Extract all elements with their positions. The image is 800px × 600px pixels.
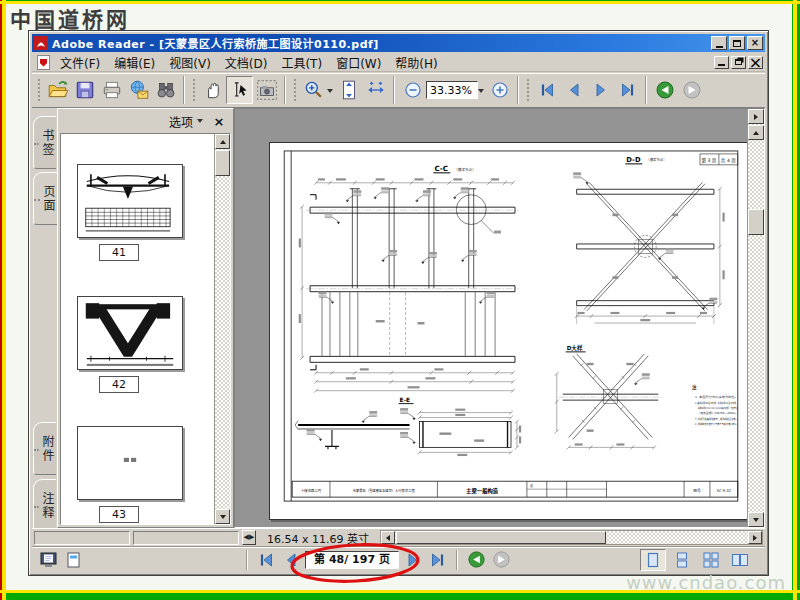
tab-pages[interactable]: 页面 xyxy=(33,172,57,225)
nav-back-button[interactable] xyxy=(465,550,487,570)
toolbar-overflow-button[interactable] xyxy=(748,109,764,124)
zoom-tool-dropdown[interactable] xyxy=(327,89,333,96)
single-page-view-button[interactable] xyxy=(38,550,60,570)
page-43-label[interactable]: 43 xyxy=(99,506,139,523)
page-41-label[interactable]: 41 xyxy=(99,244,139,261)
last-page-icon xyxy=(428,551,448,569)
thumbnail-page-41[interactable] xyxy=(77,164,183,238)
tab-bookmarks[interactable]: 书签 xyxy=(33,116,56,169)
save-button[interactable] xyxy=(71,76,98,104)
horizontal-scrollbar[interactable] xyxy=(380,530,763,545)
zoom-in-button[interactable] xyxy=(486,76,513,104)
panel-scrollbar[interactable] xyxy=(214,134,230,524)
document-view[interactable]: 第 3 页 共 4 页 C-C （横梁节点） xyxy=(234,108,765,528)
close-button[interactable]: × xyxy=(747,36,763,50)
pdf-page[interactable]: 第 3 页 共 4 页 C-C （横梁节点） xyxy=(269,142,753,520)
corner-page-no: 第 3 页 xyxy=(701,157,716,164)
continuous-view-button[interactable] xyxy=(63,550,85,570)
next-page-icon xyxy=(591,81,611,99)
pdf-drawing: 第 3 页 共 4 页 C-C （横梁节点） xyxy=(270,143,752,519)
doc-scroll-up-button[interactable] xyxy=(748,125,764,140)
print-button[interactable] xyxy=(98,76,125,104)
tab-comments-label: 注释 xyxy=(39,492,56,520)
prev-page-button[interactable] xyxy=(560,76,587,104)
drawing-corner-table: 第 3 页 共 4 页 xyxy=(700,154,738,165)
doc-restore-button[interactable] xyxy=(731,56,746,69)
pdf-document-icon[interactable] xyxy=(37,55,50,70)
title-bar[interactable]: Adobe Reader - [天蒙景区人行索桥施工图设计0110.pdf] × xyxy=(32,34,765,52)
fit-page-button[interactable] xyxy=(335,76,362,104)
maximize-button[interactable] xyxy=(729,36,745,50)
first-page-nav-button[interactable] xyxy=(255,550,277,570)
search-button[interactable] xyxy=(152,76,179,104)
panel-splitter-button[interactable]: ◀▶ xyxy=(242,530,256,545)
ee-title: E-E xyxy=(400,396,411,403)
doc-close-button[interactable]: × xyxy=(748,56,763,69)
doc-minimize-button[interactable] xyxy=(714,56,729,69)
go-back-button[interactable] xyxy=(651,76,678,104)
page-number-field[interactable]: 第 48/ 197 页 xyxy=(305,551,399,569)
open-button[interactable] xyxy=(44,76,71,104)
zoom-level-field[interactable]: 33.33% xyxy=(426,81,478,99)
hscrollbar-thumb[interactable] xyxy=(396,531,606,544)
tab-attachments[interactable]: 附件 xyxy=(33,422,56,475)
layout-continuous-button[interactable] xyxy=(669,549,695,571)
menu-window[interactable]: 窗口(W) xyxy=(329,53,388,72)
scroll-right-button[interactable] xyxy=(748,531,762,544)
page-42-label[interactable]: 42 xyxy=(99,376,139,393)
thumbnail-page-42[interactable] xyxy=(77,296,183,370)
toolbar-grip[interactable] xyxy=(192,78,196,102)
document-scrollbar[interactable] xyxy=(747,109,764,527)
menu-file[interactable]: 文件(F) xyxy=(53,53,107,72)
layout-continuous-facing-button[interactable] xyxy=(698,549,724,571)
doc-scroll-down-button[interactable] xyxy=(748,512,764,527)
hand-tool-button[interactable] xyxy=(199,76,226,104)
titleblock-project: 天蒙景区（雪峰楼至五峰顶）人行索桥工程 xyxy=(353,488,416,493)
forward-icon xyxy=(492,550,511,569)
scrollbar-thumb[interactable] xyxy=(215,150,230,176)
prev-page-nav-button[interactable] xyxy=(280,550,302,570)
scroll-down-button[interactable] xyxy=(215,509,230,524)
arrow-down-icon xyxy=(753,518,759,525)
fit-width-button[interactable] xyxy=(362,76,389,104)
layout-facing-icon xyxy=(731,552,749,568)
panel-close-button[interactable]: × xyxy=(211,114,227,129)
toolbar-grip[interactable] xyxy=(526,78,530,102)
snapshot-button[interactable] xyxy=(253,76,280,104)
save-icon xyxy=(74,79,96,101)
last-page-nav-button[interactable] xyxy=(427,550,449,570)
zoom-tool-button[interactable] xyxy=(300,76,327,104)
titleblock-company: 十陕市路公司 xyxy=(301,488,321,493)
nav-forward-button[interactable] xyxy=(490,550,512,570)
doc-scrollbar-thumb[interactable] xyxy=(748,209,764,235)
email-button[interactable] xyxy=(125,76,152,104)
layout-single-button[interactable] xyxy=(640,549,666,571)
menu-view[interactable]: 视图(V) xyxy=(162,53,218,72)
zoom-out-button[interactable] xyxy=(399,76,426,104)
select-tool-button[interactable] xyxy=(226,76,253,104)
next-page-button[interactable] xyxy=(587,76,614,104)
next-page-icon xyxy=(403,551,423,569)
tab-comments[interactable]: 注释 xyxy=(33,479,56,532)
menu-edit[interactable]: 编辑(E) xyxy=(107,53,162,72)
toolbar-grip[interactable] xyxy=(37,78,41,102)
arrow-right-icon xyxy=(753,535,760,541)
scroll-left-button[interactable] xyxy=(381,531,395,544)
menu-help[interactable]: 帮助(H) xyxy=(388,53,444,72)
first-page-button[interactable] xyxy=(533,76,560,104)
thumbnail-page-43[interactable] xyxy=(77,426,183,500)
options-menu[interactable]: 选项 xyxy=(169,113,203,130)
next-page-nav-button[interactable] xyxy=(402,550,424,570)
thumbnail-41-preview xyxy=(78,165,182,237)
toolbar-grip[interactable] xyxy=(293,78,297,102)
menu-tools[interactable]: 工具(T) xyxy=(274,53,329,72)
go-forward-button[interactable] xyxy=(678,76,705,104)
scroll-up-button[interactable] xyxy=(215,134,230,149)
drawing-notes: 注 1. 本图尺寸均以毫米为单位。 2. 横梁采用36b型工字钢，纵梁采用32b… xyxy=(692,384,738,427)
layout-facing-button[interactable] xyxy=(727,549,753,571)
menu-document[interactable]: 文档(D) xyxy=(218,53,275,72)
minimize-button[interactable] xyxy=(711,36,727,50)
zoom-level-dropdown[interactable] xyxy=(478,89,484,96)
dd-title: D-D xyxy=(626,156,641,164)
last-page-button[interactable] xyxy=(614,76,641,104)
